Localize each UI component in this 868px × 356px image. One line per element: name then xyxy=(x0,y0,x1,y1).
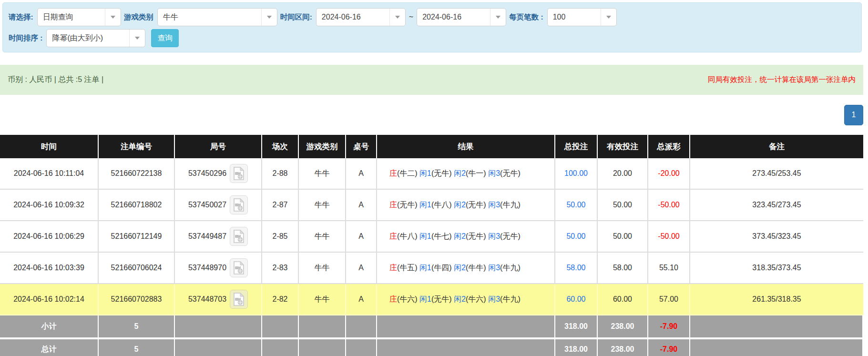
query-type-label: 请选择: xyxy=(9,12,33,22)
chevron-down-icon[interactable] xyxy=(601,9,616,26)
grand-total-row-cell-1: 5 xyxy=(99,337,175,356)
grand-total-row-cell-10 xyxy=(690,337,863,356)
total-bet-link[interactable]: 60.00 xyxy=(566,295,585,303)
total-bet-link[interactable]: 50.00 xyxy=(566,232,585,240)
column-header-3: 场次 xyxy=(262,135,299,158)
subtotal-row-cell-2 xyxy=(175,315,262,337)
result-hand-value: (牛一) xyxy=(466,169,488,177)
cell-payout: -50.00 xyxy=(648,190,690,221)
sort-order-select[interactable]: 降幂(由大到小) xyxy=(46,29,145,47)
cell-valid-bet: 58.00 xyxy=(598,253,648,284)
date-to-select[interactable]: 2024-06-16 xyxy=(417,8,506,26)
subtotal-row: 小计5318.00238.00-7.90 xyxy=(0,315,863,337)
result-banker-label: 庄 xyxy=(389,295,397,303)
result-player-label: 闲2 xyxy=(454,295,466,303)
replay-video-button[interactable] xyxy=(230,227,248,246)
table-row[interactable]: 2024-06-16 10:03:39521660706024537448970… xyxy=(0,253,863,284)
total-bet-link[interactable]: 50.00 xyxy=(566,201,585,209)
game-type-label: 游戏类别 xyxy=(124,12,153,22)
table-row[interactable]: 2024-06-16 10:11:04521660722138537450296… xyxy=(0,158,863,190)
result-hand-value: (牛四) xyxy=(431,264,454,272)
cell-total-bet: 60.00 xyxy=(555,284,598,315)
result-hand-value: (无牛) xyxy=(397,201,419,209)
result-hand-value: (牛六) xyxy=(397,295,419,303)
subtotal-row-cell-8: 238.00 xyxy=(598,315,648,337)
result-player-label: 闲3 xyxy=(488,264,500,272)
total-bet-link[interactable]: 100.00 xyxy=(564,169,588,177)
chevron-down-icon[interactable] xyxy=(129,30,145,47)
cell-valid-bet: 60.00 xyxy=(598,284,648,315)
cell-bet-number: 521660718802 xyxy=(99,190,175,221)
cell-remark: 261.35/318.35 xyxy=(690,284,863,315)
date-from-select[interactable]: 2024-06-16 xyxy=(316,8,406,26)
video-icon xyxy=(233,167,245,180)
column-header-0: 时间 xyxy=(0,135,99,158)
replay-video-button[interactable] xyxy=(230,290,248,309)
cell-table-number: A xyxy=(346,158,377,190)
chevron-down-icon[interactable] xyxy=(490,9,506,26)
page-1-button[interactable]: 1 xyxy=(844,105,863,125)
result-player-label: 闲1 xyxy=(419,295,431,303)
subtotal-row-cell-3 xyxy=(262,315,299,337)
round-number: 537449487 xyxy=(188,232,226,240)
result-hand-value: (无牛) xyxy=(431,169,454,177)
cell-session: 2-85 xyxy=(262,221,299,253)
filter-panel: 请选择: 日期查询 游戏类别 牛牛 时间区间: 2024-06-16 ~ 202… xyxy=(2,2,862,52)
table-row[interactable]: 2024-06-16 10:06:29521660712149537449487… xyxy=(0,221,863,253)
cell-bet-number: 521660702883 xyxy=(99,284,175,315)
page-size-select[interactable]: 100 xyxy=(547,8,617,26)
round-number: 537450296 xyxy=(188,169,226,177)
column-header-2: 局号 xyxy=(175,135,262,158)
search-button[interactable]: 查询 xyxy=(151,29,179,47)
cell-session: 2-87 xyxy=(262,190,299,221)
grand-total-row-cell-7: 318.00 xyxy=(555,337,598,356)
date-from-value: 2024-06-16 xyxy=(317,9,389,26)
cell-payout: -20.00 xyxy=(648,158,690,190)
cell-table-number: A xyxy=(346,253,377,284)
subtotal-row-cell-10 xyxy=(690,315,863,337)
result-player-label: 闲1 xyxy=(419,264,431,272)
video-icon xyxy=(233,230,245,243)
chevron-down-icon[interactable] xyxy=(389,9,405,26)
result-hand-value: (无牛) xyxy=(466,232,488,240)
subtotal-row-cell-6 xyxy=(377,315,555,337)
column-header-1: 注单编号 xyxy=(99,135,175,158)
replay-video-button[interactable] xyxy=(230,258,248,277)
replay-video-button[interactable] xyxy=(230,164,248,183)
total-payout-value: -7.90 xyxy=(660,345,677,353)
table-row[interactable]: 2024-06-16 10:09:32521660718802537450027… xyxy=(0,190,863,221)
cell-remark: 273.45/253.45 xyxy=(690,158,863,190)
column-header-4: 游戏类别 xyxy=(299,135,346,158)
replay-video-button[interactable] xyxy=(230,195,248,214)
total-bet-link[interactable]: 58.00 xyxy=(566,264,585,272)
grand-total-row-cell-9: -7.90 xyxy=(648,337,690,356)
table-header-row: 时间注单编号局号场次游戏类别桌号结果总投注有效投注总派彩备注 xyxy=(0,135,863,158)
result-banker-label: 庄 xyxy=(389,201,397,209)
grand-total-row-cell-4 xyxy=(299,337,346,356)
result-hand-value: (牛九) xyxy=(500,201,521,209)
subtotal-row-cell-0: 小计 xyxy=(0,315,99,337)
table-row[interactable]: 2024-06-16 10:02:14521660702883537448703… xyxy=(0,284,863,315)
result-hand-value: (无牛) xyxy=(500,232,521,240)
cell-result: 庄(无牛) 闲1(牛八) 闲2(无牛) 闲3(牛九) xyxy=(377,190,555,221)
cell-time: 2024-06-16 10:03:39 xyxy=(0,253,99,284)
cell-result: 庄(牛五) 闲1(牛四) 闲2(牛牛) 闲3(牛九) xyxy=(377,253,555,284)
chevron-down-icon[interactable] xyxy=(261,9,277,26)
grand-total-row: 总计5318.00238.00-7.90 xyxy=(0,337,863,356)
cell-remark: 318.35/373.45 xyxy=(690,253,863,284)
query-type-select[interactable]: 日期查询 xyxy=(37,8,121,26)
result-player-label: 闲3 xyxy=(488,295,500,303)
cell-round-number: 537448970 xyxy=(175,253,262,284)
cell-total-bet: 100.00 xyxy=(555,158,598,190)
result-player-label: 闲1 xyxy=(419,169,431,177)
cell-total-bet: 58.00 xyxy=(555,253,598,284)
cell-payout: 57.00 xyxy=(648,284,690,315)
chevron-down-icon[interactable] xyxy=(105,9,121,26)
cell-session: 2-82 xyxy=(262,284,299,315)
game-type-select[interactable]: 牛牛 xyxy=(157,8,277,26)
result-player-label: 闲2 xyxy=(454,169,466,177)
cell-round-number: 537449487 xyxy=(175,221,262,253)
column-header-7: 总投注 xyxy=(555,135,598,158)
result-hand-value: (无牛) xyxy=(431,295,454,303)
cell-result: 庄(牛六) 闲1(无牛) 闲2(牛六) 闲3(牛九) xyxy=(377,284,555,315)
